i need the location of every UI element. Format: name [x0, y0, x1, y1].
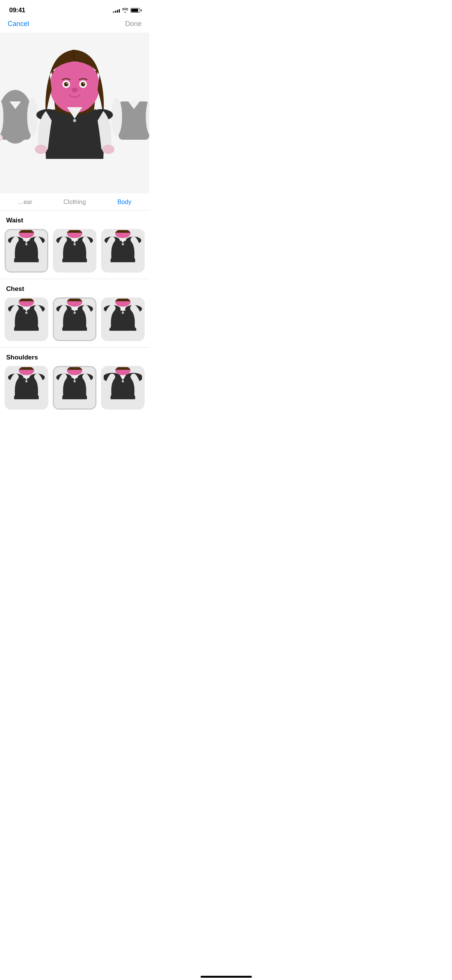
signal-icon [113, 8, 120, 13]
waist-option-3[interactable] [101, 229, 145, 273]
shoulders-option-3[interactable] [101, 366, 145, 410]
svg-point-14 [83, 83, 85, 84]
section-shoulders: Shoulders [0, 348, 149, 416]
svg-point-15 [72, 88, 78, 92]
tab-body[interactable]: Body [100, 196, 149, 208]
svg-point-54 [25, 380, 28, 382]
svg-point-62 [122, 380, 124, 382]
waist-title: Waist [0, 217, 149, 229]
svg-point-46 [73, 312, 76, 314]
waist-option-1[interactable] [5, 229, 48, 273]
wifi-icon [122, 8, 128, 13]
svg-point-6 [50, 59, 100, 113]
section-chest: Chest [0, 279, 149, 348]
cancel-button[interactable]: Cancel [8, 20, 29, 28]
shoulders-option-2[interactable] [53, 366, 96, 410]
svg-point-18 [80, 87, 81, 89]
chest-title: Chest [0, 285, 149, 297]
avatar-main [25, 40, 124, 186]
svg-point-19 [78, 89, 79, 90]
nav-bar: Cancel Done [0, 18, 149, 33]
waist-options [0, 229, 149, 279]
battery-icon [131, 8, 140, 13]
svg-point-16 [68, 87, 70, 89]
chest-option-2[interactable] [53, 297, 96, 341]
chest-options [0, 297, 149, 347]
status-bar: 09:41 [0, 0, 149, 18]
avatar-preview [0, 33, 149, 193]
svg-point-42 [25, 312, 28, 314]
svg-point-50 [122, 312, 124, 314]
svg-point-23 [35, 145, 47, 154]
svg-point-17 [70, 89, 72, 90]
tab-bar: …ear Clothing Body [0, 193, 149, 211]
svg-point-38 [122, 243, 124, 245]
shoulders-option-1[interactable] [5, 366, 48, 410]
svg-point-24 [102, 145, 114, 154]
shoulders-title: Shoulders [0, 354, 149, 366]
status-time: 09:41 [9, 7, 25, 14]
shoulders-options [0, 366, 149, 416]
svg-point-10 [67, 83, 68, 84]
tab-headwear[interactable]: …ear [0, 196, 50, 208]
chest-option-1[interactable] [5, 297, 48, 341]
svg-point-58 [73, 380, 76, 382]
svg-point-34 [73, 243, 76, 245]
tab-clothing[interactable]: Clothing [50, 196, 100, 208]
waist-option-2[interactable] [53, 229, 96, 273]
svg-point-30 [25, 243, 28, 245]
svg-point-22 [73, 119, 76, 122]
chest-option-3[interactable] [101, 297, 145, 341]
done-button[interactable]: Done [125, 20, 142, 28]
status-icons [113, 8, 140, 13]
section-waist: Waist [0, 211, 149, 279]
